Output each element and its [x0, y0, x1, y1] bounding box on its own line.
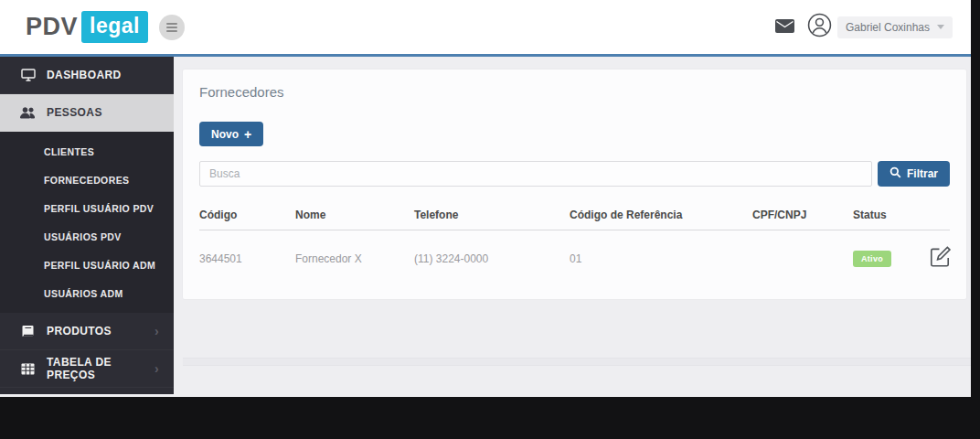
user-menu[interactable]: Gabriel Coxinhas — [807, 13, 953, 41]
fornecedores-panel: Fornecedores Novo + Filtrar — [183, 70, 966, 299]
user-pill: Gabriel Coxinhas — [837, 16, 953, 38]
sidebar-item-produtos[interactable]: PRODUTOS › — [0, 313, 174, 350]
fornecedores-table: Código Nome Telefone Código de Referênci… — [199, 201, 950, 277]
sidebar-item-usuarios-pdv[interactable]: USUÁRIOS PDV — [0, 222, 174, 251]
app-window: PDV legal — [0, 0, 971, 397]
mail-button[interactable] — [775, 19, 794, 36]
users-icon — [20, 107, 36, 119]
logo-text-legal: legal — [81, 11, 148, 43]
hamburger-icon — [166, 23, 177, 32]
table-row: 3644501 Fornecedor X (11) 3224-0000 01 A… — [199, 230, 950, 278]
sidebar-item-tabela-de-precos[interactable]: TABELA DE PREÇOS › — [0, 350, 174, 388]
sidebar-item-pessoas[interactable]: PESSOAS — [0, 94, 174, 132]
search-row: Filtrar — [199, 161, 950, 187]
search-icon — [889, 166, 901, 181]
col-header-actions — [928, 201, 950, 230]
col-header-codigo-referencia: Código de Referência — [570, 201, 752, 230]
plus-icon: + — [244, 128, 251, 141]
sidebar-item-usuarios-adm[interactable]: USUÁRIOS ADM — [0, 279, 174, 307]
main-content: Fornecedores Novo + Filtrar — [174, 57, 971, 394]
col-header-telefone: Telefone — [414, 201, 570, 230]
sidebar-item-label: PRODUTOS — [47, 325, 112, 337]
monitor-icon — [20, 69, 36, 81]
cell-status: Ativo — [853, 230, 928, 278]
user-avatar-icon — [807, 13, 832, 41]
pessoas-submenu: CLIENTES FORNECEDORES PERFIL USUÁRIO PDV… — [0, 132, 174, 313]
table-header-row: Código Nome Telefone Código de Referênci… — [199, 201, 950, 230]
sidebar-item-dashboard[interactable]: DASHBOARD — [0, 57, 174, 94]
sidebar-item-perfil-usuario-adm[interactable]: PERFIL USUÁRIO ADM — [0, 251, 174, 279]
cell-cpf-cnpj — [752, 230, 853, 278]
status-badge: Ativo — [853, 251, 891, 267]
sidebar-item-clientes[interactable]: CLIENTES — [0, 137, 174, 166]
edit-button[interactable] — [928, 245, 952, 272]
cell-telefone: (11) 3224-0000 — [414, 230, 570, 278]
edit-icon — [928, 245, 952, 272]
book-icon — [20, 325, 36, 337]
cell-codigo-referencia: 01 — [570, 230, 752, 278]
sidebar-item-fornecedores[interactable]: FORNECEDORES — [0, 166, 174, 194]
logo-text-pdv: PDV — [26, 13, 78, 41]
sidebar-item-label: TABELA DE PREÇOS — [47, 356, 144, 381]
cell-actions — [928, 230, 950, 278]
chevron-down-icon — [937, 25, 944, 29]
sidebar-item-perfil-usuario-pdv[interactable]: PERFIL USUÁRIO PDV — [0, 194, 174, 222]
table-icon — [20, 363, 36, 375]
sidebar-item-label: PESSOAS — [47, 106, 102, 119]
topbar: PDV legal — [0, 0, 971, 57]
user-name: Gabriel Coxinhas — [846, 21, 930, 34]
envelope-icon — [775, 19, 794, 36]
cell-nome: Fornecedor X — [295, 230, 414, 278]
filtrar-button[interactable]: Filtrar — [878, 161, 950, 187]
app-logo[interactable]: PDV legal — [26, 11, 148, 43]
novo-button[interactable]: Novo + — [199, 122, 263, 146]
search-input[interactable] — [199, 161, 872, 187]
sidebar-toggle-button[interactable] — [159, 15, 185, 40]
col-header-codigo: Código — [199, 201, 295, 230]
content-divider — [183, 358, 971, 366]
sidebar: DASHBOARD PESSOAS CLIENTES FORNECEDORES … — [0, 57, 174, 394]
chevron-right-icon: › — [154, 362, 159, 375]
col-header-cpf-cnpj: CPF/CNPJ — [752, 201, 853, 230]
chevron-right-icon: › — [154, 325, 159, 337]
cell-codigo: 3644501 — [199, 230, 295, 278]
col-header-nome: Nome — [295, 201, 414, 230]
sidebar-item-label: DASHBOARD — [47, 69, 122, 81]
page-title: Fornecedores — [199, 84, 950, 100]
col-header-status: Status — [853, 201, 928, 230]
